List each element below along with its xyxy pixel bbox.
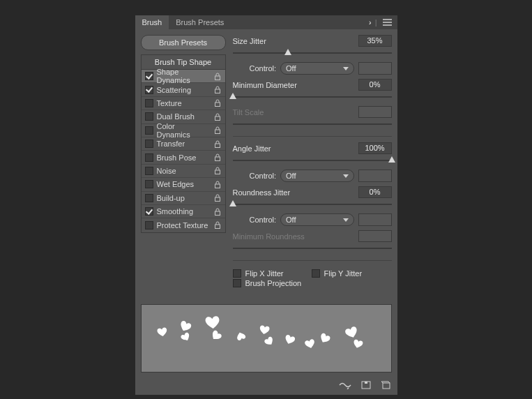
option-label: Shape Dynamics (157, 68, 209, 84)
sidebar-item-wet-edges[interactable]: Wet Edges (142, 178, 225, 191)
lock-icon[interactable] (213, 181, 222, 188)
lock-icon[interactable] (213, 153, 222, 161)
min-roundness-value (358, 230, 392, 242)
svg-rect-3 (215, 116, 220, 121)
option-label: Smoothing (157, 207, 209, 216)
svg-rect-4 (215, 130, 220, 134)
shape-dynamics-settings: Size Jitter 35% Control: Off Minimum Dia… (226, 35, 392, 294)
new-preset-icon[interactable] (361, 381, 371, 391)
lock-icon[interactable] (213, 140, 222, 148)
flip-x-checkbox[interactable] (233, 269, 241, 278)
brush-tip-shape-button[interactable]: Brush Tip Shape (141, 54, 226, 69)
sidebar-item-smoothing[interactable]: Smoothing (142, 205, 225, 218)
lock-icon[interactable] (213, 99, 222, 107)
option-label: Color Dynamics (157, 122, 209, 139)
sidebar-item-texture[interactable]: Texture (142, 97, 225, 110)
angle-jitter-value[interactable]: 100% (358, 142, 392, 154)
brush-projection-checkbox[interactable] (233, 279, 241, 287)
sidebar-item-noise[interactable]: Noise (142, 165, 225, 178)
min-roundness-label: Minimum Roundness (233, 232, 358, 241)
option-checkbox[interactable] (145, 180, 153, 188)
lock-icon[interactable] (213, 126, 222, 134)
angle-jitter-slider[interactable] (233, 156, 392, 165)
option-checkbox[interactable] (145, 207, 153, 216)
lock-icon[interactable] (213, 221, 222, 229)
panel-tabs: Brush Brush Presets ›› | (135, 15, 397, 29)
sidebar-item-color-dynamics[interactable]: Color Dynamics (142, 124, 225, 137)
chevron-down-icon (343, 67, 349, 70)
flip-y-label: Flip Y Jitter (324, 269, 363, 278)
size-control-aux (358, 62, 392, 75)
option-label: Protect Texture (157, 221, 209, 229)
flip-x-label: Flip X Jitter (245, 269, 284, 278)
panel-menu-icon[interactable] (383, 19, 392, 26)
lock-icon[interactable] (213, 194, 222, 202)
option-checkbox[interactable] (145, 72, 153, 80)
size-jitter-value[interactable]: 35% (358, 35, 392, 47)
roundness-jitter-value[interactable]: 0% (358, 186, 392, 198)
option-label: Brush Pose (157, 153, 209, 162)
size-jitter-slider[interactable] (233, 48, 392, 58)
option-label: Noise (157, 167, 209, 175)
roundness-jitter-label: Roundness Jitter (233, 188, 358, 197)
heart-icon (281, 333, 297, 348)
roundness-control-select[interactable]: Off (280, 213, 354, 226)
collapse-icon[interactable]: ›› (369, 19, 370, 27)
heart-icon (233, 329, 247, 342)
option-checkbox[interactable] (145, 167, 153, 175)
min-diameter-slider[interactable] (233, 92, 392, 102)
svg-rect-0 (215, 76, 220, 80)
tilt-scale-label: Tilt Scale (233, 108, 358, 116)
option-checkbox[interactable] (145, 86, 153, 94)
svg-rect-13 (365, 382, 367, 384)
sidebar-item-protect-texture[interactable]: Protect Texture (142, 218, 225, 232)
option-label: Dual Brush (157, 112, 209, 121)
sidebar-item-brush-pose[interactable]: Brush Pose (142, 151, 225, 164)
option-checkbox[interactable] (145, 140, 153, 148)
heart-icon (350, 338, 365, 352)
brush-projection-label: Brush Projection (245, 279, 302, 287)
size-control-select[interactable]: Off (280, 62, 354, 75)
sidebar-item-build-up[interactable]: Build-up (142, 192, 225, 205)
roundness-control-label: Control: (250, 216, 277, 224)
sidebar-item-scattering[interactable]: Scattering (142, 83, 225, 96)
svg-rect-1 (215, 89, 220, 93)
lock-icon[interactable] (213, 113, 222, 121)
roundness-control-aux (358, 213, 392, 226)
create-new-icon[interactable] (381, 381, 390, 391)
lock-icon[interactable] (213, 86, 222, 93)
option-label: Transfer (157, 140, 209, 148)
svg-rect-14 (383, 383, 390, 389)
option-checkbox[interactable] (145, 194, 153, 202)
option-label: Build-up (157, 194, 209, 202)
sidebar-item-shape-dynamics[interactable]: Shape Dynamics (142, 70, 225, 83)
svg-rect-10 (215, 211, 220, 216)
tab-brush-presets[interactable]: Brush Presets (169, 15, 231, 29)
min-diameter-label: Minimum Diameter (233, 81, 358, 89)
option-checkbox[interactable] (145, 99, 153, 107)
angle-control-label: Control: (250, 172, 277, 180)
option-checkbox[interactable] (145, 153, 153, 162)
toggle-preview-icon[interactable] (339, 381, 351, 391)
lock-icon[interactable] (213, 73, 222, 80)
min-diameter-value[interactable]: 0% (358, 79, 392, 91)
brush-presets-button[interactable]: Brush Presets (141, 35, 226, 50)
lock-icon[interactable] (213, 167, 222, 174)
angle-jitter-label: Angle Jitter (233, 144, 358, 153)
size-jitter-label: Size Jitter (233, 37, 358, 45)
option-checkbox[interactable] (145, 126, 153, 135)
sidebar-item-transfer[interactable]: Transfer (142, 137, 225, 151)
lock-icon[interactable] (213, 208, 222, 216)
tilt-scale-value (358, 106, 392, 118)
flip-y-checkbox[interactable] (312, 269, 320, 278)
roundness-jitter-slider[interactable] (233, 200, 392, 209)
tab-brush[interactable]: Brush (135, 15, 169, 29)
min-roundness-slider (233, 243, 392, 253)
panel-footer (135, 378, 397, 395)
option-checkbox[interactable] (145, 221, 153, 229)
heart-icon (302, 338, 317, 352)
angle-control-select[interactable]: Off (280, 170, 354, 182)
option-checkbox[interactable] (145, 112, 153, 121)
svg-rect-11 (215, 225, 220, 229)
option-label: Wet Edges (157, 180, 209, 188)
